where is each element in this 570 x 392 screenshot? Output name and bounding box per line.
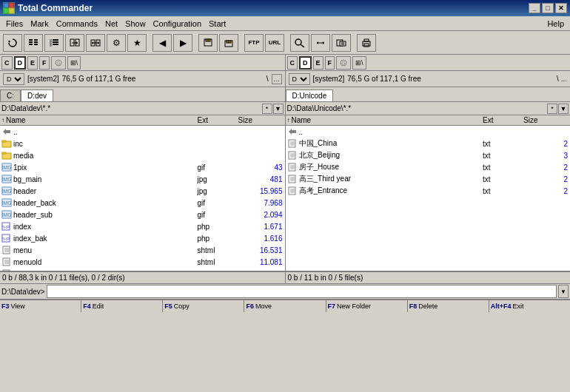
cmd-dropdown[interactable]: ▼ bbox=[558, 285, 569, 298]
menu-help[interactable]: Help bbox=[544, 18, 567, 29]
left-drive-f[interactable]: F bbox=[39, 56, 50, 70]
right-col-size-header[interactable]: Size bbox=[522, 116, 570, 124]
refresh-button[interactable] bbox=[3, 34, 22, 52]
list-item[interactable]: 中国_China txt 2 bbox=[286, 138, 571, 149]
svg-rect-13 bbox=[53, 41, 58, 43]
forward-button[interactable]: ▶ bbox=[173, 34, 192, 52]
left-drive-e[interactable]: E bbox=[27, 56, 38, 70]
tabs-row: C: D:dev D:Unicode bbox=[0, 87, 570, 102]
list-item[interactable]: IMG 1pix gif 43 bbox=[0, 161, 285, 173]
right-drive-c[interactable]: C bbox=[287, 56, 298, 70]
fkey-f4[interactable]: F4 Edit bbox=[81, 300, 163, 312]
right-drive-network[interactable]: ⊞\ bbox=[352, 56, 366, 70]
right-col-name-header[interactable]: ↑ Name bbox=[286, 116, 482, 124]
svg-rect-12 bbox=[53, 39, 58, 41]
pack-button[interactable] bbox=[198, 34, 218, 52]
right-tab-dunicode[interactable]: D:Unicode bbox=[286, 89, 334, 101]
menu-bar: Files Mark Commands Net Show Configurati… bbox=[0, 16, 570, 31]
unpack-button[interactable] bbox=[219, 34, 238, 52]
list-item[interactable]: 高三_Third year txt 2 bbox=[286, 173, 571, 185]
list-item[interactable]: IMG header jpg 15.965 bbox=[0, 185, 285, 197]
menu-show[interactable]: Show bbox=[122, 18, 149, 29]
left-col-name-header[interactable]: ↑ Name bbox=[0, 116, 196, 124]
left-disk-info: 76,5 G of 117,1 G free bbox=[62, 75, 136, 83]
left-filter-arrow[interactable]: ▼ bbox=[273, 104, 284, 114]
left-drive-g[interactable]: G bbox=[51, 56, 66, 70]
left-drive-d[interactable]: D bbox=[14, 56, 27, 70]
view-detail-button[interactable] bbox=[44, 34, 64, 52]
cmd-input[interactable] bbox=[47, 285, 557, 298]
print-button[interactable] bbox=[357, 34, 376, 52]
fkey-f5[interactable]: F5 Copy bbox=[163, 300, 244, 312]
right-col-ext-header[interactable]: Ext bbox=[481, 116, 522, 124]
list-item[interactable]: PHP index php 1.671 bbox=[0, 220, 285, 232]
right-drive-e[interactable]: E bbox=[313, 56, 323, 70]
drive-bars: C D E F G ⊞\ C D E F G bbox=[0, 55, 570, 71]
list-item[interactable]: 高考_Entrance txt 2 bbox=[286, 185, 571, 197]
right-backslash: \ ... bbox=[557, 75, 567, 83]
fkey-f6[interactable]: F6 Move bbox=[244, 300, 326, 312]
list-item[interactable]: readme_de txt 16.531 bbox=[0, 268, 285, 271]
menu-mark[interactable]: Mark bbox=[27, 18, 51, 29]
list-item[interactable]: inc bbox=[0, 138, 285, 149]
list-item[interactable]: IMG header_back gif 7.968 bbox=[0, 197, 285, 209]
left-drive-network[interactable]: ⊞\ bbox=[67, 56, 81, 70]
right-panel-drive-select[interactable]: DC bbox=[289, 73, 310, 85]
find-button[interactable] bbox=[290, 34, 309, 52]
right-drive-g[interactable]: G bbox=[336, 56, 351, 70]
left-col-ext-header[interactable]: Ext bbox=[196, 116, 237, 124]
right-filter-star[interactable]: * bbox=[547, 104, 557, 114]
fkey-altf4[interactable]: Alt+F4 Exit bbox=[489, 300, 570, 312]
svg-marker-22 bbox=[98, 41, 99, 44]
list-item[interactable]: .. bbox=[286, 126, 571, 138]
ftp-button[interactable]: FTP bbox=[244, 34, 264, 52]
right-filter-arrow[interactable]: ▼ bbox=[558, 104, 569, 114]
left-col-size-header[interactable]: Size bbox=[237, 116, 285, 124]
title-bar-left: Total Commander bbox=[3, 2, 93, 14]
settings-button[interactable]: ⚙ bbox=[107, 34, 126, 52]
close-button[interactable]: ✕ bbox=[555, 3, 567, 13]
copy-other-button[interactable] bbox=[65, 34, 84, 52]
left-files-container: .. inc media IMG 1pix gif 43 bbox=[0, 126, 285, 271]
favorites-button[interactable]: ★ bbox=[127, 34, 147, 52]
list-item[interactable]: menuold shtml 11.081 bbox=[0, 256, 285, 268]
menu-commands[interactable]: Commands bbox=[53, 18, 101, 29]
fkey-f3[interactable]: F3 View bbox=[0, 300, 81, 312]
back-button[interactable]: ◀ bbox=[152, 34, 172, 52]
maximize-button[interactable]: □ bbox=[542, 3, 554, 13]
right-drive-f[interactable]: F bbox=[325, 56, 335, 70]
left-tab-c[interactable]: C: bbox=[0, 89, 21, 101]
list-item[interactable]: 房子_House txt 2 bbox=[286, 161, 571, 173]
list-item[interactable]: PHP index_bak php 1.616 bbox=[0, 232, 285, 244]
sync-button[interactable] bbox=[311, 34, 330, 52]
file-icon: IMG bbox=[1, 175, 12, 183]
left-panel-drive-btn[interactable]: ... bbox=[272, 74, 282, 84]
list-item[interactable]: .. bbox=[0, 126, 285, 138]
svg-rect-50 bbox=[2, 152, 6, 154]
left-drive-c[interactable]: C bbox=[1, 56, 13, 70]
right-drive-d[interactable]: D bbox=[299, 56, 312, 70]
fkey-f7[interactable]: F7 New Folder bbox=[326, 300, 408, 312]
file-icon bbox=[287, 186, 298, 195]
minimize-button[interactable]: _ bbox=[529, 3, 540, 13]
list-item[interactable]: media bbox=[0, 149, 285, 161]
view-brief-button[interactable] bbox=[24, 34, 43, 52]
list-item[interactable]: menu shtml 16.531 bbox=[0, 244, 285, 256]
left-path-filter: D:\Data\dev\*.* * ▼ bbox=[0, 102, 286, 115]
menu-start[interactable]: Start bbox=[206, 18, 229, 29]
list-item[interactable]: IMG header_sub gif 2.094 bbox=[0, 209, 285, 220]
left-panel-drive-select[interactable]: DC bbox=[3, 73, 24, 85]
multi-rename-button[interactable] bbox=[332, 34, 351, 52]
list-item[interactable]: 北京_Beijing txt 3 bbox=[286, 149, 571, 161]
menu-configuration[interactable]: Configuration bbox=[150, 18, 204, 29]
move-other-button[interactable] bbox=[86, 34, 105, 52]
right-system-label: [system2] bbox=[313, 75, 345, 83]
list-item[interactable]: IMG bg_main jpg 481 bbox=[0, 173, 285, 185]
fkey-f8[interactable]: F8 Delete bbox=[408, 300, 489, 312]
url-button[interactable]: URL bbox=[265, 34, 284, 52]
left-filter-star[interactable]: * bbox=[262, 104, 272, 114]
svg-rect-6 bbox=[29, 41, 33, 43]
menu-files[interactable]: Files bbox=[3, 18, 26, 29]
left-tab-ddev[interactable]: D:dev bbox=[21, 89, 53, 101]
menu-net[interactable]: Net bbox=[102, 18, 121, 29]
